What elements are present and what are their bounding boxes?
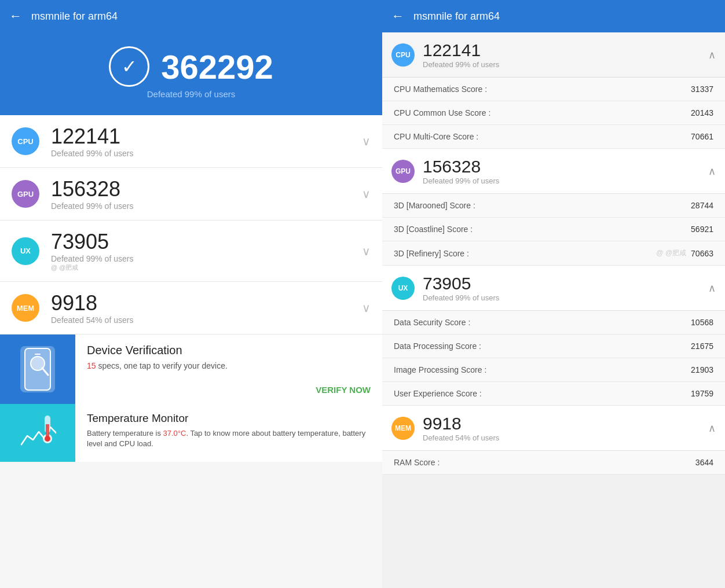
cpu-multicore-row: CPU Multi-Core Score : 70661: [382, 125, 725, 149]
gpu-score-item[interactable]: GPU 156328 Defeated 99% of users ∨: [0, 168, 382, 220]
gpu-section-score-info: 156328 Defeated 99% of users: [423, 157, 708, 185]
right-back-button[interactable]: ←: [391, 9, 404, 24]
cpu-common-row: CPU Common Use Score : 20143: [382, 101, 725, 125]
ux-watermark: @ @肥咸: [51, 263, 362, 272]
ux-defeated: Defeated 99% of users: [51, 254, 362, 263]
gpu-refinery-row: 3D [Refinery] Score : @ @肥咸 70663: [382, 241, 725, 266]
temperature-desc: Battery temperature is 37.0°C. Tap to kn…: [87, 428, 371, 449]
gpu-marooned-label: 3D [Marooned] Score :: [394, 201, 691, 210]
ux-section-chevron-icon: ∧: [708, 282, 716, 295]
hero-defeated-text: Defeated 99% of users: [147, 89, 236, 99]
ux-right-defeated: Defeated 99% of users: [423, 293, 708, 302]
user-experience-row: User Experience Score : 19759: [382, 382, 725, 406]
cpu-math-label: CPU Mathematics Score :: [394, 84, 691, 94]
device-verification-icon-area: [0, 335, 75, 404]
gpu-refinery-label: 3D [Refinery] Score :: [394, 249, 651, 258]
mem-section-chevron-icon: ∧: [708, 422, 716, 435]
gpu-marooned-row: 3D [Marooned] Score : 28744: [382, 194, 725, 218]
temp-highlight: 37.0°C: [163, 429, 186, 438]
image-processing-value: 21903: [691, 365, 713, 374]
gpu-score-info: 156328 Defeated 99% of users: [51, 177, 362, 211]
device-verification-card[interactable]: Device Verification 15 specs, one tap to…: [0, 335, 382, 404]
cpu-right-badge: CPU: [391, 43, 415, 67]
data-security-label: Data Security Score :: [394, 318, 691, 327]
gpu-refinery-value: 70663: [691, 249, 713, 258]
ux-section-badge-area: UX: [391, 277, 415, 300]
checkmark-circle: ✓: [109, 46, 149, 87]
cpu-score-number: 122141: [51, 124, 362, 149]
device-verification-title: Device Verification: [87, 344, 371, 357]
left-back-button[interactable]: ←: [9, 9, 22, 24]
ux-badge: UX: [12, 237, 39, 265]
right-panel: ← msmnile for arm64 CPU 122141 Defeated …: [382, 0, 725, 588]
verify-now-button[interactable]: VERIFY NOW: [87, 385, 371, 395]
temp-desc-prefix: Battery temperature is: [87, 429, 163, 438]
ux-section-header[interactable]: UX 73905 Defeated 99% of users ∧: [382, 266, 725, 311]
left-header: ← msmnile for arm64: [0, 0, 382, 32]
device-verification-highlight: 15: [87, 361, 96, 370]
temperature-title: Temperature Monitor: [87, 412, 371, 425]
cpu-section-chevron-icon: ∧: [708, 49, 716, 61]
gpu-section-badge-area: GPU: [391, 160, 415, 183]
mem-right-defeated: Defeated 54% of users: [423, 433, 708, 442]
temperature-content: Temperature Monitor Battery temperature …: [75, 404, 382, 462]
device-verification-content: Device Verification 15 specs, one tap to…: [75, 335, 382, 404]
cpu-right-defeated: Defeated 99% of users: [423, 60, 708, 69]
device-verification-desc: 15 specs, one tap to verify your device.: [87, 361, 371, 372]
gpu-defeated: Defeated 99% of users: [51, 201, 362, 211]
cpu-score-info: 122141 Defeated 99% of users: [51, 124, 362, 158]
right-detail-list: CPU 122141 Defeated 99% of users ∧ CPU M…: [382, 32, 725, 588]
cpu-chevron-icon: ∨: [362, 134, 371, 148]
ram-row: RAM Score : 3644: [382, 451, 725, 475]
cpu-common-value: 20143: [691, 108, 713, 117]
gpu-right-badge: GPU: [391, 160, 415, 183]
cpu-common-label: CPU Common Use Score :: [394, 108, 691, 117]
phone-search-icon: [20, 346, 55, 392]
user-experience-label: User Experience Score :: [394, 389, 691, 398]
mem-score-number: 9918: [51, 291, 362, 315]
ux-right-score: 73905: [423, 274, 708, 293]
ux-section-score-info: 73905 Defeated 99% of users: [423, 274, 708, 302]
mem-section-score-info: 9918 Defeated 54% of users: [423, 414, 708, 442]
data-processing-row: Data Processing Score : 21675: [382, 335, 725, 358]
gpu-right-defeated: Defeated 99% of users: [423, 177, 708, 185]
mem-section-badge-area: MEM: [391, 417, 415, 440]
ux-score-info: 73905 Defeated 99% of users @ @肥咸: [51, 230, 362, 272]
cpu-right-score: 122141: [423, 41, 708, 60]
gpu-section-header[interactable]: GPU 156328 Defeated 99% of users ∧: [382, 149, 725, 194]
gpu-badge: GPU: [12, 180, 39, 208]
mem-badge: MEM: [12, 294, 39, 322]
ram-label: RAM Score :: [394, 458, 695, 467]
ram-value: 3644: [695, 458, 713, 467]
device-verification-desc-suffix: specs, one tap to verify your device.: [96, 361, 228, 370]
image-processing-row: Image Processing Score : 21903: [382, 358, 725, 382]
cpu-section-header[interactable]: CPU 122141 Defeated 99% of users ∧: [382, 32, 725, 78]
left-score-list: CPU 122141 Defeated 99% of users ∨ GPU 1…: [0, 115, 382, 588]
gpu-refinery-watermark: @ @肥咸: [656, 248, 686, 258]
temperature-icon-area: [0, 404, 75, 462]
cpu-multicore-value: 70661: [691, 132, 713, 141]
mem-score-info: 9918 Defeated 54% of users: [51, 291, 362, 325]
cpu-score-item[interactable]: CPU 122141 Defeated 99% of users ∨: [0, 115, 382, 168]
temperature-monitor-card[interactable]: Temperature Monitor Battery temperature …: [0, 404, 382, 462]
mem-section-header[interactable]: MEM 9918 Defeated 54% of users ∧: [382, 406, 725, 451]
left-header-title: msmnile for arm64: [31, 10, 118, 23]
gpu-coastline-row: 3D [Coastline] Score : 56921: [382, 218, 725, 241]
mem-score-item[interactable]: MEM 9918 Defeated 54% of users ∨: [0, 282, 382, 335]
cpu-math-value: 31337: [691, 84, 713, 94]
ux-right-badge: UX: [391, 277, 415, 300]
mem-defeated: Defeated 54% of users: [51, 315, 362, 325]
cpu-section-score-info: 122141 Defeated 99% of users: [423, 41, 708, 69]
gpu-right-score: 156328: [423, 157, 708, 177]
mem-right-score: 9918: [423, 414, 708, 433]
cpu-defeated: Defeated 99% of users: [51, 149, 362, 158]
cpu-multicore-label: CPU Multi-Core Score :: [394, 132, 691, 141]
gpu-coastline-value: 56921: [691, 225, 713, 234]
gpu-coastline-label: 3D [Coastline] Score :: [394, 225, 691, 234]
gpu-marooned-value: 28744: [691, 201, 713, 210]
cpu-section-badge-area: CPU: [391, 43, 415, 67]
ux-score-item[interactable]: UX 73905 Defeated 99% of users @ @肥咸 ∨: [0, 220, 382, 282]
gpu-chevron-icon: ∨: [362, 187, 371, 201]
data-processing-value: 21675: [691, 341, 713, 351]
ux-chevron-icon: ∨: [362, 244, 371, 258]
